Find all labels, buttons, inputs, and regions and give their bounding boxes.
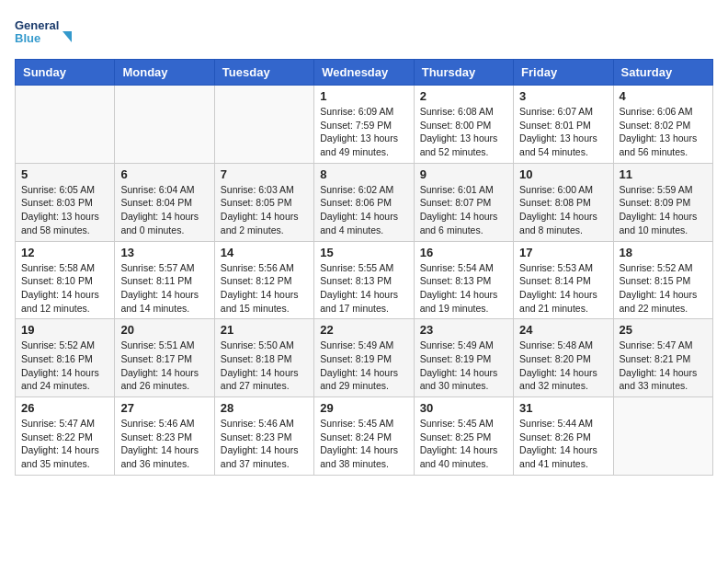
calendar-cell: 10Sunrise: 6:00 AM Sunset: 8:08 PM Dayli… [514, 163, 613, 241]
calendar-cell: 31Sunrise: 5:44 AM Sunset: 8:26 PM Dayli… [514, 397, 613, 476]
calendar-cell: 29Sunrise: 5:45 AM Sunset: 8:24 PM Dayli… [314, 397, 414, 476]
calendar-table: SundayMondayTuesdayWednesdayThursdayFrid… [15, 59, 713, 476]
day-number: 17 [519, 246, 607, 259]
day-info: Sunrise: 6:04 AM Sunset: 8:04 PM Dayligh… [120, 183, 208, 237]
day-info: Sunrise: 5:44 AM Sunset: 8:26 PM Dayligh… [519, 417, 607, 471]
day-info: Sunrise: 5:45 AM Sunset: 8:25 PM Dayligh… [420, 417, 507, 471]
day-info: Sunrise: 5:52 AM Sunset: 8:16 PM Dayligh… [21, 339, 108, 393]
calendar-cell: 25Sunrise: 5:47 AM Sunset: 8:21 PM Dayli… [613, 319, 712, 397]
calendar-cell: 6Sunrise: 6:04 AM Sunset: 8:04 PM Daylig… [115, 163, 214, 241]
calendar-cell: 27Sunrise: 5:46 AM Sunset: 8:23 PM Dayli… [115, 397, 214, 476]
calendar-cell [115, 86, 214, 164]
day-number: 7 [221, 167, 308, 181]
day-info: Sunrise: 5:56 AM Sunset: 8:12 PM Dayligh… [221, 261, 308, 316]
day-info: Sunrise: 6:01 AM Sunset: 8:07 PM Dayligh… [420, 183, 507, 237]
calendar-week-row: 19Sunrise: 5:52 AM Sunset: 8:16 PM Dayli… [16, 319, 713, 397]
day-info: Sunrise: 5:50 AM Sunset: 8:18 PM Dayligh… [221, 339, 308, 393]
page-header: General Blue [15, 15, 713, 52]
calendar-cell: 2Sunrise: 6:08 AM Sunset: 8:00 PM Daylig… [414, 86, 513, 164]
calendar-header-tuesday: Tuesday [214, 60, 313, 86]
calendar-week-row: 5Sunrise: 6:05 AM Sunset: 8:03 PM Daylig… [16, 163, 713, 241]
day-number: 23 [420, 323, 507, 337]
calendar-cell: 13Sunrise: 5:57 AM Sunset: 8:11 PM Dayli… [115, 241, 214, 319]
day-number: 2 [420, 89, 507, 103]
calendar-cell: 24Sunrise: 5:48 AM Sunset: 8:20 PM Dayli… [514, 319, 613, 397]
calendar-header-row: SundayMondayTuesdayWednesdayThursdayFrid… [16, 60, 713, 86]
day-info: Sunrise: 6:05 AM Sunset: 8:03 PM Dayligh… [21, 183, 108, 237]
day-number: 8 [320, 167, 407, 181]
day-number: 25 [620, 323, 707, 337]
day-info: Sunrise: 6:07 AM Sunset: 8:01 PM Dayligh… [519, 105, 607, 159]
day-number: 27 [120, 401, 208, 415]
day-info: Sunrise: 6:09 AM Sunset: 7:59 PM Dayligh… [320, 105, 407, 159]
day-number: 18 [620, 246, 707, 259]
calendar-week-row: 26Sunrise: 5:47 AM Sunset: 8:22 PM Dayli… [16, 397, 713, 476]
day-number: 12 [21, 246, 108, 259]
calendar-cell [16, 86, 115, 164]
calendar-header-monday: Monday [115, 60, 214, 86]
calendar-cell: 20Sunrise: 5:51 AM Sunset: 8:17 PM Dayli… [115, 319, 214, 397]
day-info: Sunrise: 6:02 AM Sunset: 8:06 PM Dayligh… [320, 183, 407, 237]
calendar-week-row: 1Sunrise: 6:09 AM Sunset: 7:59 PM Daylig… [16, 86, 713, 164]
day-info: Sunrise: 6:00 AM Sunset: 8:08 PM Dayligh… [519, 183, 607, 237]
day-number: 26 [21, 401, 108, 415]
calendar-cell: 7Sunrise: 6:03 AM Sunset: 8:05 PM Daylig… [214, 163, 313, 241]
day-number: 11 [620, 167, 707, 181]
calendar-cell: 1Sunrise: 6:09 AM Sunset: 7:59 PM Daylig… [314, 86, 414, 164]
day-info: Sunrise: 5:59 AM Sunset: 8:09 PM Dayligh… [620, 183, 707, 237]
calendar-header-wednesday: Wednesday [314, 60, 414, 86]
calendar-cell: 11Sunrise: 5:59 AM Sunset: 8:09 PM Dayli… [613, 163, 712, 241]
calendar-week-row: 12Sunrise: 5:58 AM Sunset: 8:10 PM Dayli… [16, 241, 713, 319]
day-info: Sunrise: 5:52 AM Sunset: 8:15 PM Dayligh… [620, 261, 707, 316]
day-number: 19 [21, 323, 108, 337]
day-number: 21 [221, 323, 308, 337]
day-number: 6 [120, 167, 208, 181]
svg-text:General: General [15, 18, 59, 32]
calendar-cell: 15Sunrise: 5:55 AM Sunset: 8:13 PM Dayli… [314, 241, 414, 319]
day-number: 28 [221, 401, 308, 415]
day-number: 24 [519, 323, 607, 337]
day-info: Sunrise: 5:45 AM Sunset: 8:24 PM Dayligh… [320, 417, 407, 471]
calendar-cell: 26Sunrise: 5:47 AM Sunset: 8:22 PM Dayli… [16, 397, 115, 476]
day-number: 29 [320, 401, 407, 415]
day-number: 22 [320, 323, 407, 337]
calendar-cell: 28Sunrise: 5:46 AM Sunset: 8:23 PM Dayli… [214, 397, 313, 476]
day-info: Sunrise: 5:46 AM Sunset: 8:23 PM Dayligh… [120, 417, 208, 471]
day-info: Sunrise: 5:46 AM Sunset: 8:23 PM Dayligh… [221, 417, 308, 471]
day-info: Sunrise: 5:54 AM Sunset: 8:13 PM Dayligh… [420, 261, 507, 316]
calendar-cell: 23Sunrise: 5:49 AM Sunset: 8:19 PM Dayli… [414, 319, 513, 397]
calendar-header-saturday: Saturday [613, 60, 712, 86]
calendar-cell [214, 86, 313, 164]
calendar-cell: 19Sunrise: 5:52 AM Sunset: 8:16 PM Dayli… [16, 319, 115, 397]
calendar-cell: 22Sunrise: 5:49 AM Sunset: 8:19 PM Dayli… [314, 319, 414, 397]
day-info: Sunrise: 5:49 AM Sunset: 8:19 PM Dayligh… [320, 339, 407, 393]
day-number: 30 [420, 401, 507, 415]
day-number: 1 [320, 89, 407, 103]
calendar-cell: 9Sunrise: 6:01 AM Sunset: 8:07 PM Daylig… [414, 163, 513, 241]
calendar-cell: 8Sunrise: 6:02 AM Sunset: 8:06 PM Daylig… [314, 163, 414, 241]
calendar-cell: 21Sunrise: 5:50 AM Sunset: 8:18 PM Dayli… [214, 319, 313, 397]
day-info: Sunrise: 5:55 AM Sunset: 8:13 PM Dayligh… [320, 261, 407, 316]
calendar-cell: 30Sunrise: 5:45 AM Sunset: 8:25 PM Dayli… [414, 397, 513, 476]
day-info: Sunrise: 5:51 AM Sunset: 8:17 PM Dayligh… [120, 339, 208, 393]
day-number: 20 [120, 323, 208, 337]
day-info: Sunrise: 5:47 AM Sunset: 8:21 PM Dayligh… [620, 339, 707, 393]
day-number: 31 [519, 401, 607, 415]
day-number: 5 [21, 167, 108, 181]
day-number: 15 [320, 246, 407, 259]
svg-marker-2 [63, 31, 72, 42]
day-number: 14 [221, 246, 308, 259]
day-info: Sunrise: 5:48 AM Sunset: 8:20 PM Dayligh… [519, 339, 607, 393]
calendar-cell: 16Sunrise: 5:54 AM Sunset: 8:13 PM Dayli… [414, 241, 513, 319]
day-number: 3 [519, 89, 607, 103]
calendar-cell: 12Sunrise: 5:58 AM Sunset: 8:10 PM Dayli… [16, 241, 115, 319]
day-info: Sunrise: 5:49 AM Sunset: 8:19 PM Dayligh… [420, 339, 507, 393]
calendar-cell: 14Sunrise: 5:56 AM Sunset: 8:12 PM Dayli… [214, 241, 313, 319]
logo: General Blue [15, 15, 79, 52]
day-info: Sunrise: 6:08 AM Sunset: 8:00 PM Dayligh… [420, 105, 507, 159]
day-number: 13 [120, 246, 208, 259]
calendar-header-friday: Friday [514, 60, 613, 86]
calendar-cell [613, 397, 712, 476]
day-number: 16 [420, 246, 507, 259]
calendar-cell: 4Sunrise: 6:06 AM Sunset: 8:02 PM Daylig… [613, 86, 712, 164]
